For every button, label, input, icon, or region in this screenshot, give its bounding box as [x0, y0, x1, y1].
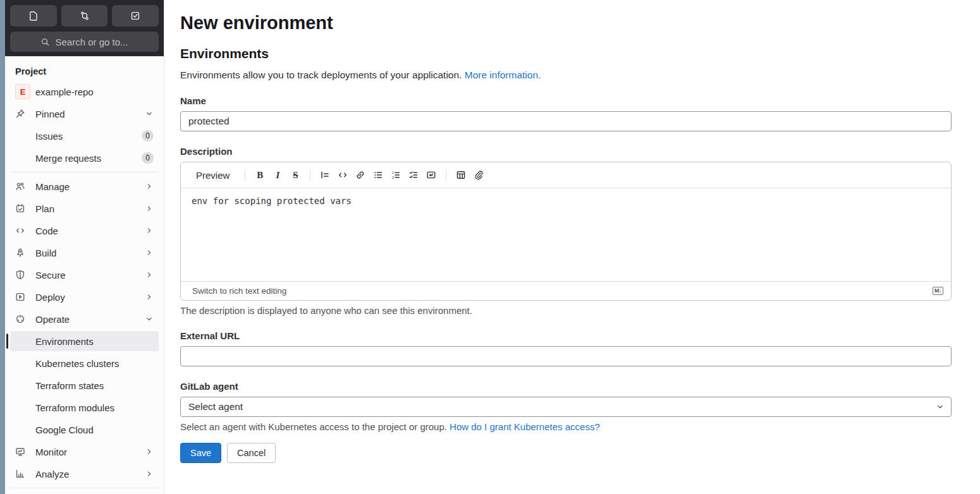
form-actions: Save Cancel [180, 443, 952, 463]
collapsible-section-icon [426, 170, 436, 180]
merge-requests-shortcut-button[interactable] [61, 5, 108, 27]
sidebar-item-pinned[interactable]: Pinned [10, 104, 159, 124]
sidebar-item-manage[interactable]: Manage [10, 176, 159, 196]
gitlab-agent-label: GitLab agent [180, 381, 952, 392]
issues-shortcut-button[interactable] [10, 5, 57, 27]
sidebar-item-label: Issues [35, 131, 142, 142]
editor-footer: Switch to rich text editing M↓ [181, 281, 951, 300]
code-icon [338, 170, 348, 180]
sidebar-item-label: Operate [35, 314, 145, 325]
strikethrough-icon: S [293, 170, 298, 181]
code-icon [15, 226, 30, 236]
bulleted-list-icon [373, 170, 383, 180]
sidebar-item-label: Monitor [35, 447, 145, 457]
sidebar-item-kubernetes-clusters[interactable]: Kubernetes clusters [10, 353, 159, 373]
task-list-icon [408, 170, 419, 180]
code-button[interactable] [334, 167, 351, 183]
description-help-text: The description is displayed to anyone w… [180, 305, 952, 316]
intro-text: Environments allow you to track deployme… [180, 69, 952, 81]
quote-icon [320, 170, 330, 180]
chevron-down-icon [145, 315, 154, 323]
sidebar: Search or go to... Project E example-rep… [5, 0, 164, 494]
gitlab-agent-select[interactable]: Select agent [180, 397, 952, 417]
intro-static-text: Environments allow you to track deployme… [180, 69, 465, 80]
quote-button[interactable] [317, 167, 333, 183]
issues-icon [28, 11, 39, 21]
numbered-list-button[interactable]: 12 [388, 167, 404, 183]
sidebar-nav: Project E example-repo Pinned Issues 0 M… [5, 56, 164, 494]
sidebar-item-label: Environments [35, 336, 154, 347]
cancel-button[interactable]: Cancel [227, 443, 276, 463]
italic-icon: I [276, 170, 279, 181]
numbered-list-icon: 12 [391, 170, 401, 180]
external-url-input[interactable] [180, 346, 952, 366]
link-button[interactable] [352, 167, 369, 183]
sidebar-item-code[interactable]: Code [10, 220, 159, 241]
task-list-button[interactable] [405, 167, 422, 183]
sidebar-item-environments[interactable]: Environments [10, 331, 159, 351]
svg-text:1: 1 [392, 171, 394, 174]
attach-file-button[interactable] [470, 167, 487, 183]
chevron-right-icon [145, 204, 154, 213]
todo-shortcut-button[interactable] [112, 5, 159, 27]
description-editor: Preview B I S 12 env for scoping protect… [180, 162, 952, 301]
collapsible-section-button[interactable] [423, 167, 439, 183]
agent-help-static-text: Select an agent with Kubernetes access t… [180, 421, 450, 432]
strikethrough-button[interactable]: S [287, 167, 303, 183]
search-input[interactable]: Search or go to... [10, 32, 159, 52]
sidebar-item-terraform-modules[interactable]: Terraform modules [10, 397, 159, 418]
sidebar-item-merge-requests[interactable]: Merge requests 0 [10, 148, 159, 168]
sidebar-item-build[interactable]: Build [10, 243, 159, 263]
sidebar-item-label: Plan [35, 203, 145, 214]
sidebar-item-label: Code [35, 226, 145, 236]
chevron-right-icon [145, 292, 154, 301]
sidebar-item-secure[interactable]: Secure [10, 265, 159, 285]
markdown-toolbar: Preview B I S 12 [181, 162, 951, 188]
sidebar-item-monitor[interactable]: Monitor [10, 442, 159, 462]
kubernetes-access-help-link[interactable]: How do I grant Kubernetes access? [450, 421, 600, 432]
chevron-right-icon [145, 182, 154, 191]
sidebar-item-project[interactable]: E example-repo [10, 81, 159, 102]
description-label: Description [180, 146, 952, 157]
toolbar-separator [310, 170, 310, 181]
sidebar-item-google-cloud[interactable]: Google Cloud [10, 419, 159, 440]
sidebar-item-label: Deploy [35, 292, 145, 303]
switch-rich-text-button[interactable]: Switch to rich text editing [192, 286, 286, 296]
toolbar-separator [446, 170, 446, 181]
project-avatar: E [15, 84, 30, 99]
italic-button[interactable]: I [269, 167, 286, 183]
sidebar-item-deploy[interactable]: Deploy [10, 287, 159, 307]
sidebar-item-analyze[interactable]: Analyze [10, 464, 159, 484]
gitlab-agent-selected-value: Select agent [188, 401, 243, 413]
sidebar-item-plan[interactable]: Plan [10, 198, 159, 219]
search-placeholder: Search or go to... [55, 37, 128, 47]
project-section-label: Project [5, 59, 164, 81]
shield-icon [15, 270, 30, 280]
link-icon [355, 170, 365, 180]
environments-section-title: Environments [180, 46, 952, 61]
window-backdrop-strip [0, 0, 5, 494]
sidebar-item-terraform-states[interactable]: Terraform states [10, 375, 159, 395]
chevron-right-icon [145, 469, 154, 478]
project-name: example-repo [35, 87, 154, 97]
sidebar-item-issues[interactable]: Issues 0 [10, 126, 159, 146]
monitor-icon [15, 447, 30, 457]
external-url-label: External URL [180, 330, 952, 341]
sidebar-item-label: Terraform states [35, 380, 154, 391]
description-textarea[interactable]: env for scoping protected vars [181, 188, 951, 281]
table-button[interactable] [453, 167, 469, 183]
bold-button[interactable]: B [252, 167, 268, 183]
table-icon [456, 170, 466, 180]
name-label: Name [180, 95, 952, 106]
name-input[interactable] [180, 111, 952, 131]
more-information-link[interactable]: More information. [465, 69, 541, 80]
bulleted-list-button[interactable] [370, 167, 386, 183]
sidebar-item-operate[interactable]: Operate [10, 309, 159, 329]
agent-help-text: Select an agent with Kubernetes access t… [180, 421, 952, 432]
preview-button[interactable]: Preview [192, 167, 233, 183]
sidebar-item-label: Analyze [35, 469, 145, 479]
sidebar-item-label: Pinned [35, 109, 145, 119]
pin-icon [15, 109, 30, 119]
svg-text:2: 2 [392, 176, 394, 179]
save-button[interactable]: Save [180, 443, 221, 463]
